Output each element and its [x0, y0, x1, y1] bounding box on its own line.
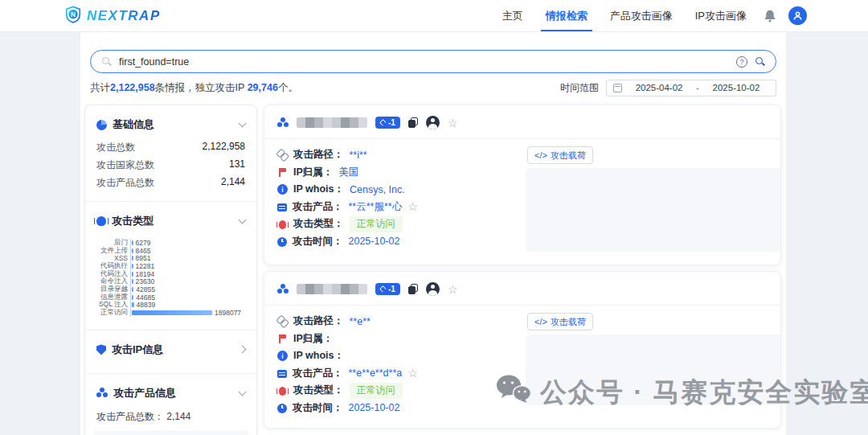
logo[interactable]: N NEXTRAP	[64, 6, 161, 27]
stat-value: 2,122,958	[203, 141, 245, 154]
redacted-ip[interactable]	[297, 284, 367, 294]
clock-icon	[277, 404, 287, 413]
magnet-icon	[379, 285, 387, 293]
end-date[interactable]: 2025-10-02	[703, 83, 769, 92]
profile-icon[interactable]	[426, 116, 440, 129]
chevron-down-icon[interactable]	[239, 216, 247, 224]
field-row: 攻击类型： 正常访问	[277, 215, 514, 233]
start-date[interactable]: 2025-04-02	[626, 83, 692, 92]
server-icon	[277, 370, 287, 378]
time-range-label: 时间范围	[560, 81, 599, 95]
search-submit-icon[interactable]	[755, 56, 765, 67]
chart-bar[interactable]	[132, 302, 134, 307]
help-icon[interactable]	[736, 56, 747, 68]
payload-panel: </> 攻击载荷 GET **e** HTTP/1.1Host: {{Hostn…	[526, 313, 781, 417]
copy-icon[interactable]	[408, 284, 418, 294]
field-row: 攻击产品： **云**服**心 ☆	[277, 199, 514, 216]
nav-item[interactable]: 情报检索	[546, 0, 588, 31]
section-attack-ip[interactable]: 攻击IP信息	[85, 330, 256, 363]
payload-panel: </> 攻击载荷 GET **i** HTTP/1.1Host: {{Hostn…	[526, 146, 781, 252]
nav-item[interactable]: 产品攻击画像	[610, 0, 673, 31]
honeypot-badge[interactable]: -1	[375, 283, 400, 295]
chart-bar-area: 42855	[130, 285, 250, 293]
chart-bar[interactable]	[132, 287, 133, 292]
profile-icon[interactable]	[426, 282, 440, 296]
time-range: 时间范围 2025-04-02 - 2025-10-02	[560, 80, 776, 96]
field-label: IP归属：	[293, 166, 333, 179]
section-title: 攻击IP信息	[112, 343, 163, 357]
star-icon[interactable]: ☆	[448, 284, 458, 295]
redacted-ip[interactable]	[297, 117, 367, 128]
card-header: -1 ☆	[264, 272, 780, 305]
search-bar[interactable]: first_found=true	[90, 50, 776, 73]
field-value[interactable]: Censys, Inc.	[350, 184, 405, 195]
field-row: IP whois： Censys, Inc.	[277, 181, 514, 199]
field-label: IP归属：	[293, 332, 333, 346]
chevron-right-icon[interactable]	[239, 346, 247, 354]
field-value[interactable]: **e**e**d**a	[349, 367, 403, 379]
chart-bar[interactable]	[132, 272, 133, 277]
cluster-icon	[277, 117, 289, 128]
date-separator: -	[696, 83, 699, 92]
payload-tab-label: 攻击载荷	[551, 316, 586, 328]
chart-bar[interactable]	[132, 279, 133, 284]
payload-code-block[interactable]: GET **i** HTTP/1.1Host: {{Hostname}}Acce…	[526, 168, 781, 252]
honeypot-badge[interactable]: -1	[375, 117, 400, 129]
star-icon[interactable]: ☆	[407, 367, 418, 379]
summary-middle: 条情报，独立攻击IP	[155, 82, 248, 93]
chevron-down-icon[interactable]	[239, 120, 247, 128]
chevron-down-icon[interactable]	[239, 388, 247, 396]
stat-row: 攻击国家总数 131	[85, 156, 256, 174]
search-input[interactable]: first_found=true	[119, 56, 729, 68]
user-avatar[interactable]	[788, 6, 807, 25]
shield-icon	[96, 344, 106, 355]
field-value[interactable]: **i**	[350, 150, 367, 161]
payload-tab[interactable]: </> 攻击载荷	[527, 146, 593, 164]
result-card: -1 ☆ 攻击路径： **e**	[264, 271, 781, 429]
chart-value-label: 23630	[136, 277, 155, 285]
chart-row[interactable]: 文件上传 8465	[88, 247, 250, 255]
chart-row[interactable]: 正常访问 1898077	[88, 309, 250, 317]
product-row[interactable]: Appwrite 20,700	[93, 430, 248, 435]
field-value[interactable]: 2025-10-02	[349, 236, 400, 247]
chart-bar[interactable]	[132, 256, 133, 261]
stat-row: 攻击产品总数 2,144	[85, 174, 256, 191]
shield-logo-icon: N	[64, 6, 82, 27]
product-total-value: 2,144	[166, 411, 190, 422]
svg-text:N: N	[71, 10, 76, 18]
nav-item[interactable]: IP攻击画像	[695, 0, 747, 31]
results-list: -1 ☆ 攻击路径： **i**	[264, 105, 781, 434]
field-row: 攻击路径： **i**	[277, 146, 514, 164]
chart-value-label: 6279	[136, 239, 151, 247]
chart-bar-area: 8951	[130, 254, 250, 262]
section-basic-info[interactable]: 基础信息	[85, 105, 256, 138]
field-value[interactable]: **云**服**心	[349, 200, 403, 214]
content-panel: first_found=true 共计2,122,958条情报，独立攻击IP 2…	[80, 32, 786, 435]
stats-row: 共计2,122,958条情报，独立攻击IP 29,746个。 时间范围 2025…	[90, 80, 776, 96]
field-value[interactable]: 2025-10-02	[349, 402, 400, 413]
field-value[interactable]: 美国	[338, 166, 358, 179]
star-icon[interactable]: ☆	[407, 201, 418, 212]
chart-bar[interactable]	[132, 240, 133, 245]
payload-lines: GET **i** HTTP/1.1Host: {{Hostname}}Acce…	[535, 216, 781, 252]
nav-item[interactable]: 主页	[502, 0, 523, 31]
chart-bar[interactable]	[132, 310, 212, 315]
cluster-icon	[277, 284, 289, 294]
payload-tab[interactable]: </> 攻击载荷	[527, 313, 593, 330]
section-attack-product[interactable]: 攻击产品信息	[85, 374, 256, 407]
chart-bar[interactable]	[132, 248, 133, 253]
chart-bar[interactable]	[132, 264, 133, 269]
copy-icon[interactable]	[408, 117, 418, 128]
ip-count: 29,746	[248, 82, 278, 93]
chart-bar[interactable]	[132, 295, 133, 300]
date-range-picker[interactable]: 2025-04-02 - 2025-10-02	[606, 80, 776, 96]
chart-value-label: 18194	[136, 270, 155, 278]
section-attack-type[interactable]: 攻击类型	[85, 202, 256, 235]
star-icon[interactable]: ☆	[448, 117, 458, 129]
field-value[interactable]: **e**	[350, 316, 371, 327]
server-icon	[277, 203, 287, 211]
payload-code-block[interactable]: GET **e** HTTP/1.1Host: {{Hostname}}Acce…	[526, 334, 781, 405]
field-value[interactable]: 正常访问	[350, 216, 403, 232]
bell-icon[interactable]	[763, 9, 777, 23]
field-value[interactable]: 正常访问	[350, 383, 403, 399]
